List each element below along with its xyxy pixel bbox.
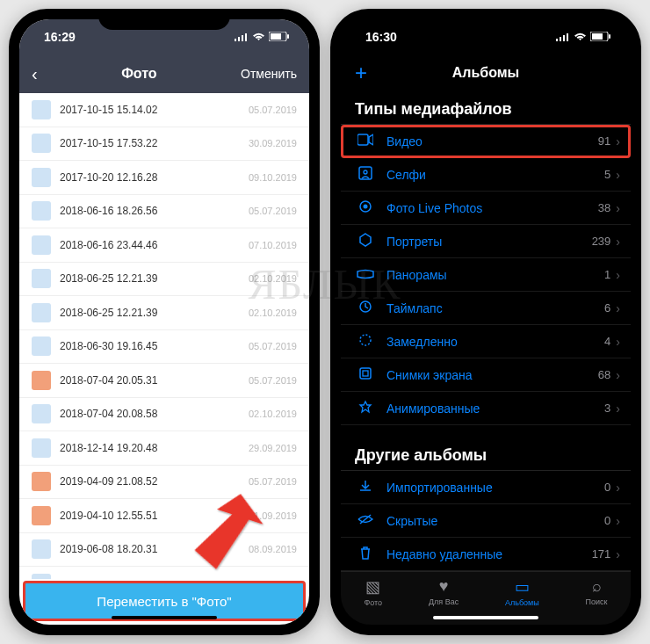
chevron-right-icon: › [616,368,620,382]
file-name: 2018-07-04 20.08.58 [60,408,249,420]
file-name: 2017-10-15 17.53.22 [60,137,249,149]
file-row[interactable]: 2018-07-04 20.05.31 05.07.2019 [19,364,309,398]
album-row-timelapse[interactable]: Таймлапс 6 › [341,292,631,325]
tab-albums[interactable]: ▭Альбомы [505,577,539,607]
file-name: 2017-10-15 15.14.02 [60,104,249,116]
file-thumb [32,168,51,187]
signal-icon [556,30,570,44]
album-label: Снимки экрана [386,368,598,382]
tab-foryou[interactable]: ♥Для Вас [429,577,459,606]
chevron-right-icon: › [616,547,620,561]
file-row[interactable]: 2019-04-10 12.55.51 11.09.2019 [19,499,309,533]
svg-rect-2 [242,35,243,41]
album-count: 91 [598,134,610,148]
file-row[interactable]: 2017-10-15 17.53.22 30.09.2019 [19,127,309,162]
portrait-icon [355,233,376,250]
album-row-import[interactable]: Импортированные 0 › [341,471,631,504]
svg-rect-13 [609,34,610,39]
album-label: Недавно удаленные [386,547,592,561]
file-row[interactable]: 2018-06-16 23.44.46 07.10.2019 [19,228,309,263]
svg-rect-3 [245,33,247,41]
file-date: 07.10.2019 [249,240,297,250]
file-row[interactable]: 2018-06-25 12.21.39 02.10.2019 [19,296,309,330]
file-row[interactable]: 2018-12-14 19.20.48 29.09.2019 [19,431,309,466]
svg-rect-0 [235,39,236,41]
album-row-video[interactable]: Видео 91 › [341,125,631,158]
file-name: 2018-06-30 19.16.45 [60,340,249,352]
album-count: 239 [592,235,611,248]
tab-search[interactable]: ⌕Поиск [586,577,608,606]
file-thumb [32,539,51,559]
file-thumb [32,472,51,491]
file-row[interactable]: 2019-06-08 18.20.31 08.09.2019 [19,533,309,568]
svg-marker-24 [360,402,371,412]
album-label: Анимированные [386,402,604,416]
nav-bar: + Альбомы [341,54,631,91]
file-row[interactable]: 2018-06-30 19.16.45 05.07.2019 [19,330,309,365]
file-thumb [32,134,51,153]
svg-rect-6 [287,34,289,39]
file-name: 2018-06-16 23.44.46 [60,239,249,251]
svg-rect-10 [567,33,568,41]
album-count: 171 [592,547,611,561]
chevron-right-icon: › [616,514,620,528]
home-indicator[interactable] [112,616,217,619]
file-thumb [32,404,51,423]
chevron-right-icon: › [616,268,620,282]
file-date: 02.10.2019 [249,409,297,419]
file-date: 02.10.2019 [249,308,297,318]
file-thumb [32,269,51,288]
file-row[interactable]: 2017-10-15 15.14.02 05.07.2019 [19,93,309,127]
album-row-animated[interactable]: Анимированные 3 › [341,392,631,425]
svg-rect-22 [360,368,371,379]
tab-photos[interactable]: ▧Фото [364,577,382,607]
album-count: 4 [604,335,610,348]
album-label: Селфи [386,168,604,182]
notch [420,9,552,30]
album-label: Импортированные [386,481,604,495]
album-count: 5 [604,168,610,181]
file-list[interactable]: 2017-10-15 15.14.02 05.07.2019 2017-10-1… [19,93,309,579]
back-icon[interactable]: ‹ [32,64,38,84]
album-row-pano[interactable]: Панорамы 1 › [341,258,631,292]
screen-right: 16:30 + Альбомы Типы медиафайлов Видео 9… [341,19,631,625]
albums-icon: ▭ [515,577,530,597]
album-row-screen[interactable]: Снимки экрана 68 › [341,358,631,392]
album-list[interactable]: Типы медиафайлов Видео 91 › Селфи 5 › Фо… [341,91,631,571]
file-row[interactable]: 2018-07-04 20.08.58 02.10.2019 [19,398,309,432]
file-row[interactable]: 2017-10-20 12.16.28 09.10.2019 [19,161,309,195]
search-icon: ⌕ [592,577,602,596]
file-thumb [32,336,51,356]
file-row[interactable]: 2018-06-25 12.21.39 02.10.2019 [19,263,309,297]
chevron-right-icon: › [616,301,620,315]
album-row-trash[interactable]: Недавно удаленные 171 › [341,538,631,571]
selfie-icon [355,166,376,183]
album-row-selfie[interactable]: Селфи 5 › [341,158,631,192]
file-date: 11.09.2019 [249,510,297,521]
photos-icon: ▧ [365,577,380,597]
section-media-header: Типы медиафайлов [341,91,631,125]
album-row-hidden[interactable]: Скрытые 0 › [341,504,631,538]
foryou-icon: ♥ [439,577,449,596]
svg-rect-14 [358,134,368,145]
file-name: 2019-04-10 12.55.51 [60,510,249,522]
cancel-button[interactable]: Отменить [241,67,297,81]
album-count: 0 [604,514,610,527]
file-row[interactable]: 2018-06-16 18.26.56 05.07.2019 [19,195,309,229]
file-row[interactable]: 2019-06-08 18.22.40 08.06.2019 [19,567,309,579]
file-date: 05.07.2019 [249,105,297,115]
svg-rect-1 [238,37,240,41]
file-date: 09.10.2019 [249,172,297,183]
file-row[interactable]: 2019-04-09 21.08.52 05.07.2019 [19,466,309,500]
album-row-slomo[interactable]: Замедленно 4 › [341,325,631,358]
slomo-icon [355,333,376,350]
album-label: Панорамы [386,268,604,282]
svg-rect-5 [271,33,281,40]
svg-point-16 [364,170,367,174]
home-indicator[interactable] [433,616,538,619]
chevron-right-icon: › [616,335,620,349]
svg-rect-7 [556,39,558,41]
wifi-icon [574,30,587,44]
album-row-portrait[interactable]: Портреты 239 › [341,225,631,258]
album-row-live[interactable]: Фото Live Photos 38 › [341,192,631,225]
